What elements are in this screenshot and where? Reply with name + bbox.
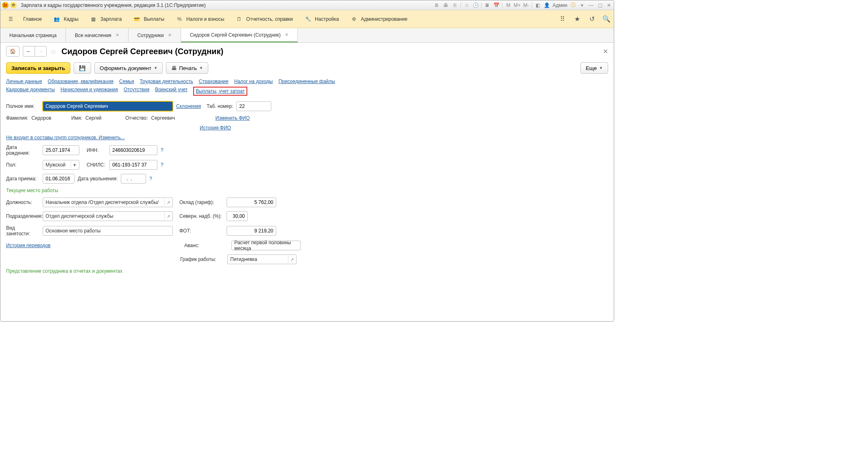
position-select[interactable]: Начальник отдела /Отдел диспетчерской сл… — [43, 197, 173, 207]
memory-mplus-icon[interactable]: M+ — [514, 2, 520, 9]
surname-label: Фамилия: — [6, 115, 28, 121]
fot-input[interactable] — [227, 226, 276, 236]
calc-icon[interactable]: 🖩 — [484, 2, 491, 9]
department-select[interactable]: Отдел диспетчерской службы ↗ — [43, 211, 173, 221]
help-icon[interactable]: ? — [161, 162, 164, 168]
groups-membership-link[interactable]: Не входит в составы групп сотрудников. И… — [6, 135, 125, 140]
hire-date-input[interactable] — [43, 174, 74, 184]
close-icon[interactable]: ✕ — [116, 33, 119, 38]
link-accruals-deductions[interactable]: Начисления и удержания — [61, 87, 118, 96]
info-icon[interactable]: ⓘ — [570, 2, 576, 9]
tab-employees[interactable]: Сотрудники✕ — [129, 28, 181, 42]
clock-icon[interactable]: 🕓 — [472, 2, 479, 9]
maximize-icon[interactable]: ▢ — [597, 2, 603, 9]
window-title: Зарплата и кадры государственного учрежд… — [21, 2, 206, 8]
sex-select[interactable]: Мужской ▼ — [43, 160, 79, 170]
panel-icon[interactable]: ◧ — [534, 2, 541, 9]
wallet-icon: 💳 — [133, 15, 140, 23]
position-label: Должность: — [6, 199, 39, 205]
surname-value: Сидоров — [31, 115, 68, 121]
star-icon[interactable]: ★ — [573, 15, 581, 23]
sex-label: Пол: — [6, 162, 39, 168]
menu-hamburger[interactable]: ☰ — [4, 13, 17, 25]
history-icon[interactable]: ↺ — [588, 15, 596, 23]
menu-salary[interactable]: ▦Зарплата — [84, 13, 128, 25]
help-icon[interactable]: ? — [161, 147, 164, 153]
change-fio-link[interactable]: Изменить ФИО — [216, 115, 250, 121]
file-icon[interactable]: 🗎 — [434, 2, 440, 9]
tab-number-input[interactable] — [236, 101, 271, 111]
link-income-tax[interactable]: Налог на доходы — [234, 79, 273, 84]
menu-payments[interactable]: 💳Выплаты — [127, 13, 170, 25]
link-attached-files[interactable]: Присоединенные файлы — [279, 79, 335, 84]
minimize-icon[interactable]: — — [588, 2, 594, 9]
save-button[interactable]: 💾 — [74, 62, 91, 74]
reload-icon[interactable]: ⟳ — [10, 2, 17, 9]
inn-input[interactable] — [109, 145, 157, 155]
advance-select[interactable]: Расчет первой половины месяца — [231, 241, 301, 250]
link-personal-data[interactable]: Личные данные — [6, 79, 42, 84]
table-icon: ▦ — [90, 15, 97, 23]
home-button[interactable]: 🏠 — [6, 46, 20, 57]
history-fio-link[interactable]: История ФИО — [200, 125, 231, 131]
close-page-icon[interactable]: ✕ — [603, 48, 608, 55]
favorite-star-icon[interactable]: ☆ — [50, 47, 58, 55]
close-icon[interactable]: ✕ — [285, 32, 288, 37]
link-payments-cost-accounting[interactable]: Выплаты, учет затрат — [193, 87, 247, 96]
tab-start-page[interactable]: Начальная страница — [0, 28, 66, 42]
menu-hr[interactable]: 👥Кадры — [48, 13, 84, 25]
caret-down-icon: ▼ — [154, 66, 157, 70]
declensions-link[interactable]: Склонения — [176, 103, 201, 109]
nav-forward-button[interactable]: → — [35, 46, 47, 57]
favorite-icon[interactable]: ☆ — [463, 2, 470, 9]
print-button[interactable]: 🖶Печать▼ — [166, 62, 208, 74]
calendar-icon[interactable]: 📅 — [493, 2, 499, 9]
save-icon: 💾 — [79, 65, 86, 71]
wrench-icon: 🔧 — [304, 15, 312, 23]
birthdate-input[interactable] — [43, 145, 79, 155]
user-icon[interactable]: 👤 — [543, 2, 550, 9]
memory-mminus-icon[interactable]: M- — [523, 2, 529, 9]
help-icon[interactable]: ? — [149, 176, 152, 182]
link-insurance[interactable]: Страхование — [199, 79, 229, 84]
nav-back-button[interactable]: ← — [23, 46, 35, 57]
apps-grid-icon[interactable]: ⠿ — [558, 15, 567, 23]
tab-employee-card[interactable]: Сидоров Сергей Сергеевич (Сотрудник)✕ — [181, 28, 298, 42]
dropdown-icon[interactable]: ▾ — [579, 2, 585, 9]
menu-admin[interactable]: ⚙Администрирование — [345, 13, 413, 25]
link-military[interactable]: Воинский учет — [155, 87, 188, 96]
print-icon[interactable]: 🖶 — [443, 2, 449, 9]
snils-label: СНИЛС: — [87, 162, 106, 168]
snils-input[interactable] — [109, 160, 157, 170]
hamburger-icon: ☰ — [7, 15, 14, 23]
link-labor-activity[interactable]: Трудовая деятельность — [140, 79, 193, 84]
full-name-input[interactable] — [43, 101, 173, 111]
employ-type-select[interactable]: Основное место работы — [43, 226, 173, 236]
link-absences[interactable]: Отсутствия — [124, 87, 149, 96]
close-icon[interactable]: ✕ — [168, 33, 172, 38]
full-name-label: Полное имя: — [6, 103, 39, 109]
link-education[interactable]: Образование, квалификация — [48, 79, 113, 84]
link-family[interactable]: Семья — [119, 79, 134, 84]
save-close-button[interactable]: Записать и закрыть — [6, 62, 70, 74]
north-allow-input[interactable] — [227, 211, 248, 221]
memory-m-icon[interactable]: M — [505, 2, 511, 9]
transfers-history-link[interactable]: История переводов — [6, 243, 50, 248]
fire-date-input[interactable] — [121, 174, 146, 184]
more-button[interactable]: Еще▼ — [580, 62, 608, 74]
link-hr-documents[interactable]: Кадровые документы — [6, 87, 55, 96]
menu-main[interactable]: Главное — [17, 14, 48, 24]
create-document-button[interactable]: Оформить документ▼ — [94, 62, 163, 74]
menu-settings[interactable]: 🔧Настройка — [299, 13, 345, 25]
menu-reports[interactable]: 🗒Отчетность, справки — [230, 13, 299, 25]
tab-all-accruals[interactable]: Все начисления✕ — [66, 28, 129, 42]
people-icon: 👥 — [53, 15, 61, 23]
schedule-select[interactable]: Пятидневка ↗ — [227, 254, 297, 264]
open-icon: ↗ — [164, 212, 172, 220]
menu-taxes[interactable]: %Налоги и взносы — [170, 13, 230, 25]
patronymic-value: Сергеевич — [151, 115, 196, 121]
search-icon[interactable]: 🔍 — [602, 15, 611, 23]
salary-input[interactable] — [227, 197, 276, 207]
copy-icon[interactable]: ⎘ — [451, 2, 458, 9]
close-window-icon[interactable]: ✕ — [606, 2, 612, 9]
